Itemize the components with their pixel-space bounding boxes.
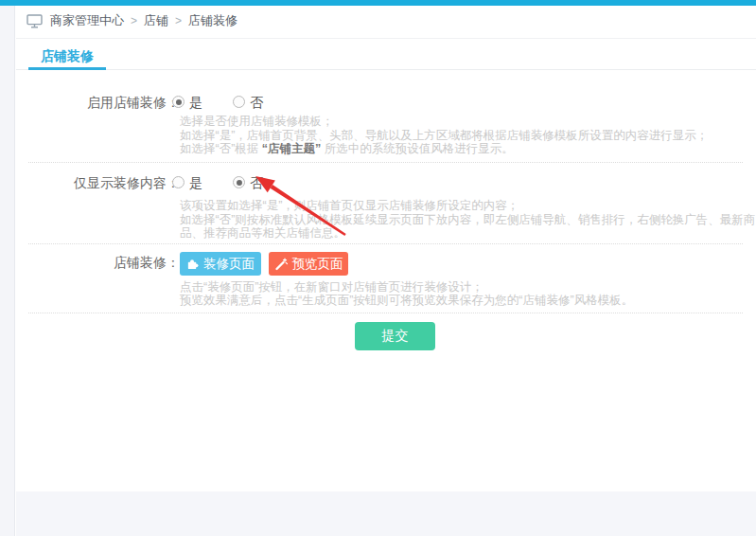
help-line: 如选择“否”根据 “店铺主题” 所选中的系统预设值风格进行显示。	[180, 142, 708, 156]
breadcrumb-item-merchant-center[interactable]: 商家管理中心	[50, 12, 124, 29]
breadcrumb-divider	[16, 38, 756, 39]
section-divider	[28, 243, 743, 244]
only-decoration-radio-no-label[interactable]: 否	[250, 175, 263, 192]
section-divider	[28, 313, 743, 313]
tabbar-divider	[16, 69, 756, 70]
enable-decoration-label: 启用店铺装修：	[0, 95, 180, 112]
only-decoration-label: 仅显示装修内容：	[0, 175, 180, 192]
enable-decoration-help-text: 选择是否使用店铺装修模板； 如选择“是”，店铺首页背景、头部、导航以及上方区域都…	[180, 115, 708, 156]
preview-page-button-label: 预览页面	[292, 256, 343, 273]
puzzle-icon	[186, 258, 199, 270]
footer-background	[16, 491, 756, 536]
submit-button[interactable]: 提交	[355, 322, 435, 350]
breadcrumb-item-shop-decoration[interactable]: 店铺装修	[188, 12, 237, 29]
breadcrumb-separator: >	[175, 14, 182, 27]
enable-decoration-radio-no[interactable]	[233, 96, 245, 108]
enable-decoration-radio-yes[interactable]	[172, 96, 185, 108]
tab-active-underline	[28, 67, 106, 70]
help-line: 该项设置如选择“是”，则店铺首页仅显示店铺装修所设定的内容；	[180, 199, 755, 213]
help-line: 选择是否使用店铺装修模板；	[180, 115, 708, 129]
preview-page-button[interactable]: 预览页面	[269, 252, 348, 276]
breadcrumb: 商家管理中心 > 店铺 > 店铺装修	[26, 12, 237, 29]
only-decoration-radio-no[interactable]	[233, 176, 245, 188]
shop-decoration-settings-page: 商家管理中心 > 店铺 > 店铺装修 店铺装修 启用店铺装修： 是 否 选择是否…	[0, 0, 756, 536]
decorate-page-button[interactable]: 装修页面	[180, 252, 261, 276]
decoration-actions-label: 店铺装修：	[0, 255, 180, 272]
enable-decoration-radio-no-label[interactable]: 否	[250, 95, 263, 112]
help-line: 预览效果满意后，点击“生成页面”按钮则可将预览效果保存为您的“店铺装修”风格模板…	[180, 294, 633, 307]
monitor-icon	[26, 13, 43, 28]
help-line-prefix: 如选择“否”根据	[180, 142, 262, 155]
tab-shop-decoration[interactable]: 店铺装修	[28, 45, 106, 67]
top-accent-bar	[0, 0, 756, 6]
only-decoration-radio-yes-label[interactable]: 是	[189, 175, 202, 192]
enable-decoration-radio-yes-label[interactable]: 是	[189, 95, 202, 112]
breadcrumb-separator: >	[131, 14, 137, 27]
magic-wand-icon	[274, 258, 288, 271]
decoration-actions-help-text: 点击“装修页面”按钮，在新窗口对店铺首页进行装修设计； 预览效果满意后，点击“生…	[180, 280, 633, 307]
help-line: 如选择“是”，店铺首页背景、头部、导航以及上方区域都将根据店铺装修模板所设置的内…	[180, 129, 708, 143]
section-divider	[28, 162, 743, 163]
help-line: 如选择“否”则按标准默认风格模板延续显示页面下放内容，即左侧店铺导航、销售排行，…	[180, 213, 755, 227]
only-decoration-radio-yes[interactable]	[172, 176, 185, 188]
shop-theme-highlight: “店铺主题”	[262, 142, 322, 155]
breadcrumb-item-shop[interactable]: 店铺	[144, 12, 168, 29]
help-line: 点击“装修页面”按钮，在新窗口对店铺首页进行装修设计；	[180, 280, 633, 294]
only-decoration-help-text: 该项设置如选择“是”，则店铺首页仅显示店铺装修所设定的内容； 如选择“否”则按标…	[180, 199, 755, 241]
help-line-suffix: 所选中的系统预设值风格进行显示。	[321, 142, 513, 155]
decorate-page-button-label: 装修页面	[203, 256, 255, 273]
help-line: 品、推荐商品等相关店铺信息。	[180, 226, 755, 241]
